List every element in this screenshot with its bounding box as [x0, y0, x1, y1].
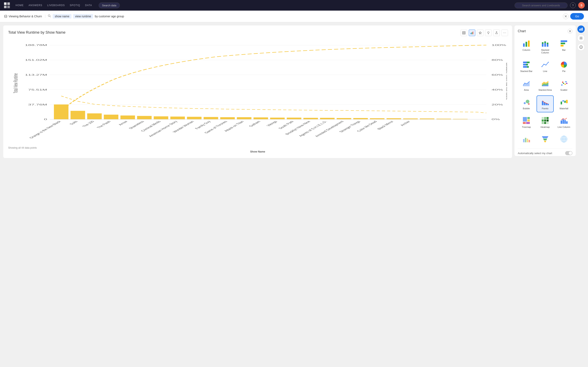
svg-rect-133: [527, 117, 530, 119]
chart-type-pie[interactable]: Pie: [555, 58, 572, 75]
svg-rect-3: [7, 6, 10, 8]
clear-button[interactable]: [563, 13, 569, 19]
svg-rect-109: [527, 66, 529, 68]
search-bar: Viewing Behavior & Churn show name view …: [0, 11, 588, 22]
chart-type-bar[interactable]: Bar: [555, 37, 572, 57]
svg-rect-11: [462, 31, 465, 34]
svg-rect-143: [542, 122, 544, 124]
svg-text:Suits: Suits: [68, 120, 79, 125]
svg-rect-94: [528, 41, 530, 47]
svg-rect-64: [420, 118, 434, 119]
chart-type-bar-label: Bar: [562, 49, 566, 51]
svg-rect-0: [4, 2, 7, 5]
more-options-button[interactable]: ···: [502, 30, 508, 36]
svg-rect-107: [526, 64, 528, 66]
svg-rect-152: [527, 139, 528, 142]
search-data-button[interactable]: Search data: [99, 2, 120, 8]
chart-type-row4-1[interactable]: [518, 133, 535, 147]
svg-rect-96: [542, 42, 544, 44]
svg-text:Cumulative Percent Total View : Cumulative Percent Total View Runtime: [505, 63, 507, 100]
token-show-name[interactable]: show name: [53, 14, 71, 18]
svg-text:0%: 0%: [492, 118, 500, 121]
svg-rect-59: [337, 118, 351, 119]
svg-rect-18: [473, 32, 473, 34]
chart-view-button[interactable]: [469, 30, 475, 36]
svg-point-120: [566, 83, 567, 84]
svg-point-117: [562, 82, 563, 83]
svg-text:151.02M: 151.02M: [25, 59, 47, 61]
chart-type-funnel[interactable]: [536, 133, 554, 147]
chart-type-geo[interactable]: [555, 133, 572, 147]
share-button[interactable]: [493, 30, 500, 36]
svg-rect-163: [582, 28, 583, 31]
chart-type-area[interactable]: Area: [518, 77, 535, 94]
chart-type-stacked-column[interactable]: Stacked Column: [536, 37, 554, 57]
svg-rect-92: [523, 43, 525, 47]
chart-type-treemap-label: Treemap: [522, 126, 531, 128]
svg-point-112: [545, 65, 546, 66]
svg-rect-142: [546, 119, 549, 122]
settings-side-button[interactable]: [577, 34, 585, 42]
chart-type-line-label: Line: [543, 70, 547, 73]
chart-container: Total View Runtime by Show Name: [3, 25, 512, 158]
nav-answers[interactable]: ANSWERS: [29, 3, 42, 8]
info-side-button[interactable]: [577, 43, 585, 51]
go-button[interactable]: Go: [570, 13, 584, 20]
chart-type-stacked-bar[interactable]: Stacked Bar: [518, 58, 535, 75]
chart-type-line-column[interactable]: Line Column: [555, 114, 572, 131]
svg-rect-2: [4, 6, 7, 8]
svg-rect-99: [547, 44, 548, 47]
svg-rect-42: [54, 104, 68, 119]
side-actions: [577, 25, 585, 158]
datasource-label[interactable]: Viewing Behavior & Churn: [4, 15, 45, 18]
svg-point-119: [565, 81, 567, 82]
svg-rect-54: [254, 117, 268, 119]
chart-type-bubble[interactable]: Bubble: [518, 95, 535, 112]
chart-type-heatmap[interactable]: Heatmap: [536, 114, 554, 131]
svg-text:113.27M: 113.27M: [25, 74, 47, 76]
svg-rect-138: [544, 117, 546, 119]
chart-type-pie-label: Pie: [562, 70, 566, 73]
svg-rect-62: [387, 118, 401, 119]
chart-type-pareto[interactable]: Pareto: [536, 95, 554, 112]
avatar-button[interactable]: S: [578, 2, 585, 8]
table-view-button[interactable]: [461, 30, 467, 36]
svg-rect-162: [581, 28, 581, 31]
svg-marker-156: [544, 141, 546, 142]
svg-point-122: [526, 100, 529, 103]
chart-side-button[interactable]: [577, 25, 585, 33]
svg-rect-148: [564, 120, 566, 124]
svg-rect-127: [547, 104, 549, 105]
chart-type-waterfall[interactable]: Waterfall: [555, 95, 572, 112]
svg-rect-55: [270, 118, 285, 119]
svg-rect-17: [472, 32, 472, 34]
auto-select-toggle[interactable]: [565, 151, 572, 155]
insight-button[interactable]: [485, 30, 492, 36]
search-answers-input[interactable]: [515, 2, 568, 8]
svg-point-118: [564, 83, 566, 85]
logo[interactable]: [3, 2, 11, 9]
chart-type-stacked-area[interactable]: Stacked Area: [536, 77, 554, 94]
chart-type-line[interactable]: Line: [536, 58, 554, 75]
chart-type-treemap[interactable]: Treemap: [518, 114, 535, 131]
chart-x-axis-label: Show Name: [8, 150, 507, 153]
svg-rect-136: [526, 122, 530, 124]
pin-button[interactable]: [477, 30, 484, 36]
svg-rect-134: [527, 119, 530, 122]
chart-type-pareto-label: Pareto: [542, 107, 548, 110]
nav-home[interactable]: HOME: [16, 3, 24, 8]
help-button[interactable]: ?: [570, 2, 576, 8]
nav-liveboards[interactable]: LIVEBOARDS: [47, 3, 65, 8]
nav-data[interactable]: DATA: [85, 3, 92, 8]
svg-point-121: [524, 102, 526, 104]
svg-point-116: [563, 83, 564, 84]
chart-type-scatter[interactable]: Scatter: [555, 77, 572, 94]
svg-rect-108: [523, 66, 527, 68]
svg-rect-139: [546, 117, 549, 119]
chart-panel-close-button[interactable]: [568, 29, 572, 34]
svg-rect-44: [87, 113, 102, 119]
nav-spotiq[interactable]: SPOTIQ: [70, 3, 80, 8]
svg-rect-131: [566, 100, 568, 103]
token-view-runtime[interactable]: view runtime: [73, 14, 93, 18]
chart-type-column[interactable]: Column: [518, 37, 535, 57]
